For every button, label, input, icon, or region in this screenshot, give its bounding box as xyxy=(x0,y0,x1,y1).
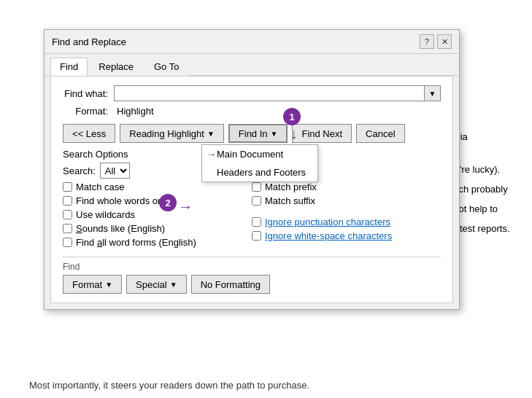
special-arrow-icon: ▼ xyxy=(170,281,177,289)
whole-words-label: Find whole words only xyxy=(76,195,170,206)
format-row: Format: Highlight xyxy=(63,106,441,117)
find-what-label: Find what: xyxy=(63,88,114,99)
wildcards-row: Use wildcards xyxy=(63,209,252,220)
sounds-like-label: Sounds like (English) xyxy=(76,223,165,234)
format-label: Format: xyxy=(63,106,114,117)
find-all-forms-checkbox[interactable] xyxy=(63,238,72,247)
wildcards-checkbox[interactable] xyxy=(63,210,72,219)
tab-replace[interactable]: Replace xyxy=(89,58,143,76)
dialog-title-bar: Find and Replace ? ✕ xyxy=(45,30,459,54)
match-prefix-label: Match prefix xyxy=(265,182,317,192)
whole-words-checkbox[interactable] xyxy=(63,196,72,206)
find-all-forms-label: Find all word forms (English) xyxy=(76,237,196,248)
dialog-tabs: Find Replace Go To xyxy=(45,54,459,76)
options-grid: Match case Find whole words only Use wil… xyxy=(63,182,441,251)
find-replace-dialog: Find and Replace ? ✕ Find Replace Go To … xyxy=(44,29,460,310)
left-options-col: Match case Find whole words only Use wil… xyxy=(63,182,252,251)
main-button-row: << Less Reading Highlight ▼ Find In ▼ Fi… xyxy=(63,124,441,143)
find-next-button[interactable]: Find Next xyxy=(292,124,352,143)
ignore-whitespace-label: Ignore white-space characters xyxy=(265,230,392,241)
search-label: Search: xyxy=(63,165,96,176)
special-button[interactable]: Special ▼ xyxy=(126,275,187,294)
ignore-punctuation-checkbox[interactable] xyxy=(252,217,261,227)
bottom-section: Find Format ▼ Special ▼ No Formatting xyxy=(63,257,441,294)
dialog-title: Find and Replace xyxy=(52,36,126,47)
bottom-section-label: Find xyxy=(63,262,441,272)
sounds-like-row: Sounds like (English) xyxy=(63,223,252,234)
search-select[interactable]: All xyxy=(100,163,130,179)
reading-highlight-arrow: ▼ xyxy=(207,130,215,138)
find-what-input[interactable] xyxy=(114,85,425,101)
find-all-forms-row: Find all word forms (English) xyxy=(63,237,252,248)
ignore-whitespace-checkbox[interactable] xyxy=(252,231,261,241)
bottom-button-row: Format ▼ Special ▼ No Formatting xyxy=(63,275,441,294)
match-case-checkbox[interactable] xyxy=(63,182,72,192)
ignore-punctuation-row: Ignore punctuation characters xyxy=(252,216,441,227)
annotation-2-arrow: → xyxy=(178,198,193,215)
match-suffix-label: Match suffix xyxy=(265,195,315,206)
find-in-button[interactable]: Find In ▼ xyxy=(228,124,288,143)
format-value: Highlight xyxy=(117,106,154,117)
dropdown-main-document[interactable]: → Main Document xyxy=(202,145,317,163)
less-button[interactable]: << Less xyxy=(63,124,115,143)
annotation-1-arrow: ↑ xyxy=(290,128,298,144)
dropdown-arrow-icon: → xyxy=(207,149,216,160)
no-formatting-button[interactable]: No Formatting xyxy=(191,275,270,294)
wildcards-label: Use wildcards xyxy=(76,209,135,220)
dropdown-headers-footers[interactable]: Headers and Footers xyxy=(202,163,317,182)
doc-bottom-text: Most importantly, it steers your readers… xyxy=(29,380,309,391)
title-bar-controls: ? ✕ xyxy=(420,34,452,49)
dialog-content: Find what: ▼ Format: Highlight << Less R… xyxy=(50,76,453,303)
cancel-button[interactable]: Cancel xyxy=(356,124,404,143)
match-suffix-checkbox[interactable] xyxy=(252,196,261,206)
find-what-dropdown-btn[interactable]: ▼ xyxy=(425,85,441,101)
reading-highlight-button[interactable]: Reading Highlight ▼ xyxy=(120,124,224,143)
format-button[interactable]: Format ▼ xyxy=(63,275,122,294)
annotation-2: 2 xyxy=(159,194,177,211)
match-prefix-checkbox[interactable] xyxy=(252,182,261,192)
match-case-label: Match case xyxy=(76,182,124,192)
ignore-punctuation-label: Ignore punctuation characters xyxy=(265,216,390,227)
match-suffix-row: Match suffix xyxy=(252,195,441,206)
close-button[interactable]: ✕ xyxy=(437,34,452,49)
whole-words-row: Find whole words only xyxy=(63,195,252,206)
annotation-1: 1 xyxy=(283,108,301,125)
right-options-col: Match prefix Match suffix Ignore punctua… xyxy=(252,182,441,251)
find-what-row: Find what: ▼ xyxy=(63,85,441,101)
match-prefix-row: Match prefix xyxy=(252,182,441,192)
ignore-whitespace-row: Ignore white-space characters xyxy=(252,230,441,241)
tab-go-to[interactable]: Go To xyxy=(144,58,188,76)
sounds-like-checkbox[interactable] xyxy=(63,224,72,233)
help-button[interactable]: ? xyxy=(420,34,434,49)
find-in-arrow: ▼ xyxy=(271,130,278,138)
find-in-dropdown: → Main Document Headers and Footers xyxy=(201,144,318,182)
match-case-row: Match case xyxy=(63,182,252,192)
format-arrow-icon: ▼ xyxy=(105,281,112,289)
tab-find[interactable]: Find xyxy=(50,58,88,76)
